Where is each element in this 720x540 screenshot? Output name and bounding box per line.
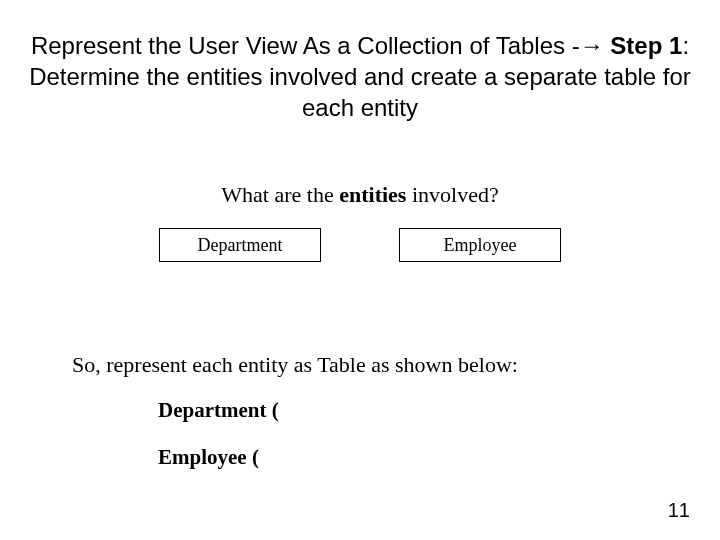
title-prefix: Represent the User View As a Collection …	[31, 32, 580, 59]
title-step: Step 1	[610, 32, 682, 59]
question-prefix: What are the	[221, 182, 339, 207]
entity-box-department: Department	[159, 228, 321, 262]
table-list: Department ( Employee (	[158, 398, 279, 492]
arrow-icon: →	[580, 32, 604, 59]
question-line: What are the entities involved?	[0, 182, 720, 208]
question-emph: entities	[339, 182, 406, 207]
question-suffix: involved?	[406, 182, 498, 207]
entity-box-employee: Employee	[399, 228, 561, 262]
table-employee: Employee (	[158, 445, 279, 470]
slide: Represent the User View As a Collection …	[0, 0, 720, 540]
table-department: Department (	[158, 398, 279, 423]
represent-line: So, represent each entity as Table as sh…	[72, 352, 518, 378]
slide-title: Represent the User View As a Collection …	[0, 30, 720, 124]
entity-row: Department Employee	[0, 228, 720, 262]
page-number: 11	[668, 499, 690, 522]
